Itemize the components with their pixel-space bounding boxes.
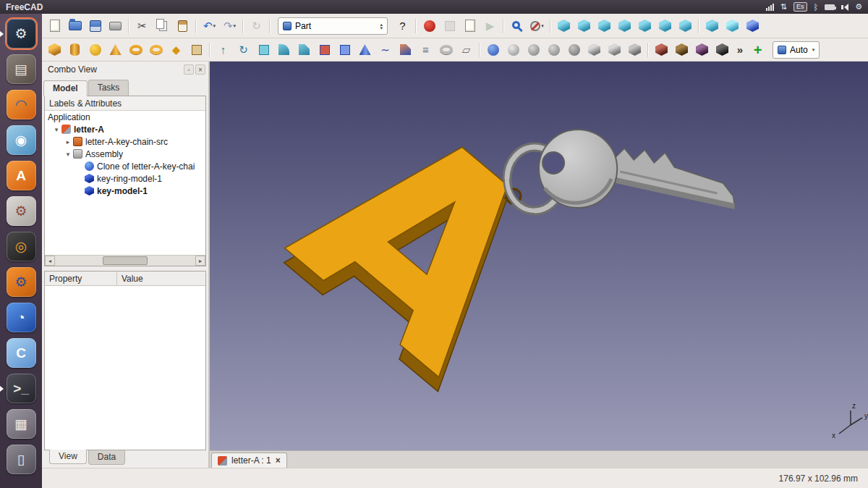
offset-3d-button[interactable] xyxy=(436,41,456,59)
part-torus-button[interactable] xyxy=(126,41,145,59)
new-document-button[interactable] xyxy=(45,17,64,35)
shape-builder-button[interactable] xyxy=(187,41,206,59)
print-button[interactable] xyxy=(106,17,125,35)
expander-icon[interactable]: ▾ xyxy=(52,126,61,133)
extrude-button[interactable]: ↑ xyxy=(213,41,233,59)
right-view-button[interactable] xyxy=(615,17,634,35)
sync-arrows-icon[interactable]: ⇅ xyxy=(780,2,787,12)
rear-view-button[interactable] xyxy=(635,17,655,35)
workbench-selector[interactable]: Part ▴▾ xyxy=(278,17,388,35)
top-view-button[interactable] xyxy=(595,17,614,35)
launcher-app-swirl[interactable]: ◔ xyxy=(0,300,42,335)
tree-item-application[interactable]: Application xyxy=(45,111,205,123)
redo-button[interactable]: ↷▾ xyxy=(220,17,239,35)
launcher-terminal[interactable]: >_ xyxy=(0,371,42,406)
part-tube-button[interactable] xyxy=(146,41,166,59)
tree-item-key-ring-model-1[interactable]: key-ring-model-1 xyxy=(45,172,205,185)
add-toolbar-button[interactable]: + xyxy=(748,41,767,59)
fillet-button[interactable] xyxy=(274,41,294,59)
expander-icon[interactable]: ▸ xyxy=(64,138,72,146)
scrollbar-thumb[interactable] xyxy=(103,256,148,265)
tree-item-assembly[interactable]: ▾Assembly xyxy=(45,148,205,160)
make-face-button[interactable] xyxy=(315,41,334,59)
toolbar-overflow-button[interactable]: » xyxy=(733,41,747,59)
macro-play-button[interactable]: ▶ xyxy=(480,17,500,35)
fit-all-button[interactable] xyxy=(507,17,527,35)
macro-edit-button[interactable] xyxy=(460,17,480,35)
part-sphere-button[interactable] xyxy=(85,41,105,59)
launcher-blender[interactable]: ◎ xyxy=(0,229,42,264)
launcher-app-gray[interactable]: ▦ xyxy=(0,406,42,442)
3d-viewport[interactable]: A A z xyxy=(210,62,868,450)
bluetooth-icon[interactable]: ᛒ xyxy=(814,3,819,12)
check-geometry-button[interactable] xyxy=(652,41,671,59)
save-document-button[interactable] xyxy=(85,17,105,35)
launcher-freecad[interactable]: ⚙ xyxy=(0,16,42,51)
cross-sections-button[interactable]: ≡ xyxy=(416,41,435,59)
macro-stop-button[interactable] xyxy=(440,17,459,35)
session-gear-icon[interactable]: ⚙ xyxy=(855,2,862,12)
scroll-left-icon[interactable]: ◂ xyxy=(45,256,55,266)
tree-item-letter-a-key-chain-src[interactable]: ▸letter-A-key-chain-src xyxy=(45,135,205,148)
bottom-view-button[interactable] xyxy=(655,17,675,35)
refine-shape-button[interactable] xyxy=(712,41,732,59)
launcher-chromium[interactable]: C xyxy=(0,335,42,371)
scroll-right-icon[interactable]: ▸ xyxy=(195,256,205,266)
auto-refine-selector[interactable]: Auto ▾ xyxy=(773,41,820,59)
macro-record-button[interactable] xyxy=(420,17,439,35)
loft-button[interactable] xyxy=(355,41,375,59)
expander-icon[interactable]: ▾ xyxy=(64,151,72,158)
thickness-button[interactable] xyxy=(483,41,503,59)
boolean-cut-button[interactable] xyxy=(524,41,543,59)
mdi-tab-letter-a[interactable]: letter-A : 1 × xyxy=(211,453,287,468)
axonometric-view-button[interactable] xyxy=(554,17,574,35)
panel-float-icon[interactable]: ▫ xyxy=(184,64,194,75)
chevron-down-icon[interactable]: ▾ xyxy=(213,23,216,29)
launcher-files[interactable]: ▤ xyxy=(0,51,42,87)
undo-button[interactable]: ↶▾ xyxy=(200,17,219,35)
tree-hscrollbar[interactable]: ◂ ▸ xyxy=(45,255,205,266)
join-embed-button[interactable] xyxy=(605,41,624,59)
refresh-button[interactable]: ↻ xyxy=(247,17,266,35)
tab-data[interactable]: Data xyxy=(88,450,125,465)
launcher-system-settings[interactable]: ⚙ xyxy=(0,193,42,229)
tab-tasks[interactable]: Tasks xyxy=(88,80,129,96)
measure-distance-button[interactable] xyxy=(743,17,762,35)
battery-icon[interactable] xyxy=(825,4,835,10)
defeaturing-button[interactable] xyxy=(672,41,692,59)
tab-close-icon[interactable]: × xyxy=(276,455,281,466)
network-icon[interactable] xyxy=(766,4,774,11)
tab-model[interactable]: Model xyxy=(43,80,88,96)
revolve-button[interactable]: ↻ xyxy=(234,41,253,59)
launcher-firefox[interactable]: ◠ xyxy=(0,87,42,122)
launcher-software-center[interactable]: ◉ xyxy=(0,122,42,158)
boolean-operation-button[interactable] xyxy=(503,41,523,59)
front-view-button[interactable] xyxy=(574,17,594,35)
chamfer-button[interactable] xyxy=(294,41,314,59)
paste-button[interactable] xyxy=(173,17,192,35)
copy-button[interactable] xyxy=(153,17,172,35)
boolean-union-button[interactable] xyxy=(544,41,563,59)
join-cutout-button[interactable] xyxy=(625,41,644,59)
chevron-down-icon[interactable]: ▾ xyxy=(234,23,237,29)
whats-this-button[interactable]: ? xyxy=(393,17,412,35)
left-view-button[interactable] xyxy=(676,17,695,35)
boolean-intersection-button[interactable] xyxy=(564,41,584,59)
cut-button[interactable]: ✂ xyxy=(132,17,152,35)
view-axonometric-alt-button[interactable] xyxy=(723,17,742,35)
launcher-trash[interactable]: ▯ xyxy=(0,442,42,477)
keyboard-layout-indicator[interactable]: Es xyxy=(793,2,807,12)
section-button[interactable] xyxy=(396,41,415,59)
mirror-button[interactable] xyxy=(254,41,273,59)
part-primitives-button[interactable]: ◆ xyxy=(166,41,186,59)
view-fullscreen-button[interactable] xyxy=(702,17,722,35)
ruled-surface-button[interactable] xyxy=(335,41,354,59)
property-empty-area[interactable] xyxy=(45,286,205,450)
draw-style-button[interactable]: ▾ xyxy=(527,17,547,35)
part-cylinder-button[interactable] xyxy=(65,41,85,59)
open-document-button[interactable] xyxy=(65,17,85,35)
launcher-app-a[interactable]: A xyxy=(0,158,42,193)
volume-icon[interactable] xyxy=(841,4,848,11)
sweep-button[interactable]: ∼ xyxy=(375,41,395,59)
part-cone-button[interactable] xyxy=(106,41,125,59)
